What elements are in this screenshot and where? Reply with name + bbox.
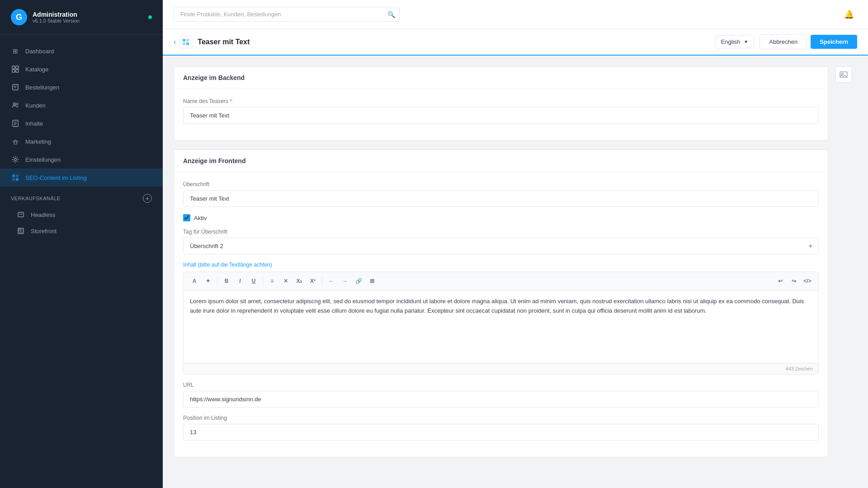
headline-group: Überschrift bbox=[183, 181, 819, 207]
page-title: Teaser mit Text bbox=[198, 38, 715, 46]
teaser-name-input[interactable] bbox=[183, 107, 819, 124]
url-group: URL bbox=[183, 382, 819, 408]
sidebar: G Administration v6.1.0 Stable Version ⊞… bbox=[0, 0, 163, 488]
einstellungen-icon bbox=[11, 155, 20, 164]
language-selector[interactable]: English ▼ bbox=[715, 35, 755, 48]
app-name: Administration bbox=[33, 11, 80, 18]
svg-point-14 bbox=[14, 159, 17, 161]
back-button[interactable]: ‹ bbox=[174, 38, 176, 46]
tag-group: Tag für Überschrift Überschrift 2 ▼ bbox=[183, 229, 819, 254]
rte-content-area[interactable]: Lorem ipsum dolor sit amet, consectetur … bbox=[184, 291, 818, 363]
page-header: ‹ Teaser mit Text English ▼ Abbrechen Sp… bbox=[163, 29, 868, 56]
rte-indent-inc-btn[interactable]: → bbox=[339, 275, 351, 287]
rte-align-btn[interactable]: ≡ bbox=[266, 275, 278, 287]
url-input[interactable] bbox=[183, 391, 819, 408]
sidebar-item-dashboard[interactable]: ⊞ Dashboard bbox=[0, 42, 163, 60]
notifications-icon[interactable]: 🔔 bbox=[841, 6, 857, 23]
svg-rect-1 bbox=[16, 66, 19, 69]
backend-section-title: Anzeige im Backend bbox=[183, 74, 819, 81]
aktiv-row: Aktiv bbox=[183, 214, 819, 221]
language-value: English bbox=[721, 38, 741, 45]
kunden-icon bbox=[11, 101, 20, 110]
svg-rect-2 bbox=[12, 70, 15, 72]
save-button[interactable]: Speichern bbox=[811, 35, 857, 49]
svg-rect-15 bbox=[12, 174, 15, 177]
sidebar-item-kataloge[interactable]: Kataloge bbox=[0, 60, 163, 78]
frontend-section-body: Überschrift Aktiv Tag für Überschrift bbox=[174, 172, 828, 457]
rte-table-btn[interactable]: ⊞ bbox=[366, 275, 378, 287]
sidebar-item-label: SEO-Content im Listing bbox=[25, 174, 87, 181]
sidebar-item-label: Marketing bbox=[25, 138, 51, 145]
svg-rect-28 bbox=[183, 42, 185, 45]
position-group: Position im Listing bbox=[183, 415, 819, 441]
sidebar-item-seo-content[interactable]: SEO-Content im Listing bbox=[0, 169, 163, 187]
main-content: Anzeige im Backend Name des Teasers * An… bbox=[174, 66, 828, 477]
rte-undo-btn[interactable]: ↩ bbox=[774, 275, 787, 287]
tag-label: Tag für Überschrift bbox=[183, 229, 819, 235]
search-input[interactable] bbox=[174, 7, 400, 22]
verkaufskanaele-section: Verkaufskanäle + bbox=[0, 187, 163, 206]
topbar: 🔍 🔔 bbox=[163, 0, 868, 29]
chevron-down-icon: ▼ bbox=[744, 39, 748, 44]
svg-point-31 bbox=[841, 73, 843, 75]
search-icon[interactable]: 🔍 bbox=[387, 11, 395, 18]
frontend-section-title: Anzeige im Frontend bbox=[183, 157, 819, 164]
rte-superscript-btn[interactable]: X² bbox=[307, 275, 319, 287]
add-verkaufskanal-button[interactable]: + bbox=[143, 194, 152, 203]
svg-point-7 bbox=[14, 103, 16, 105]
headless-icon bbox=[16, 210, 25, 219]
rte-format-a-btn[interactable]: A bbox=[188, 275, 201, 287]
position-label: Position im Listing bbox=[183, 415, 819, 421]
seo-icon bbox=[11, 173, 20, 182]
rte-strikethrough-btn[interactable]: ✕ bbox=[279, 275, 292, 287]
sidebar-item-kunden[interactable]: Kunden bbox=[0, 96, 163, 114]
bestellungen-icon bbox=[11, 83, 20, 92]
side-panel bbox=[835, 66, 857, 477]
page-icon bbox=[179, 36, 192, 48]
svg-rect-22 bbox=[19, 229, 21, 231]
sidebar-item-label: Einstellungen bbox=[25, 156, 61, 163]
inhalt-group: Inhalt (bitte auf die Textlänge achten) … bbox=[183, 262, 819, 375]
svg-rect-26 bbox=[183, 39, 185, 42]
svg-rect-27 bbox=[186, 39, 189, 42]
svg-rect-16 bbox=[16, 174, 19, 177]
marketing-icon bbox=[11, 137, 20, 146]
rte-subscript-btn[interactable]: X₂ bbox=[293, 275, 306, 287]
svg-rect-19 bbox=[18, 212, 24, 217]
main-nav: ⊞ Dashboard Kataloge Bestellungen Kunden bbox=[0, 35, 163, 488]
rte-italic-btn[interactable]: I bbox=[234, 275, 246, 287]
sidebar-item-bestellungen[interactable]: Bestellungen bbox=[0, 78, 163, 96]
app-logo: G bbox=[11, 9, 27, 25]
content-area: Anzeige im Backend Name des Teasers * An… bbox=[163, 56, 868, 488]
rte-format-special-btn[interactable]: ✦ bbox=[202, 275, 214, 287]
sidebar-item-label: Bestellungen bbox=[25, 84, 59, 91]
media-icon[interactable] bbox=[835, 66, 852, 83]
sidebar-item-inhalte[interactable]: Inhalte bbox=[0, 114, 163, 132]
url-label: URL bbox=[183, 382, 819, 388]
teaser-name-label: Name des Teasers * bbox=[183, 98, 819, 104]
aktiv-checkbox[interactable] bbox=[183, 214, 190, 221]
sidebar-item-marketing[interactable]: Marketing bbox=[0, 132, 163, 150]
rte-redo-btn[interactable]: ↪ bbox=[788, 275, 800, 287]
svg-rect-18 bbox=[16, 178, 19, 181]
svg-rect-0 bbox=[12, 66, 15, 69]
headline-label: Überschrift bbox=[183, 181, 819, 188]
rte-indent-dec-btn[interactable]: ← bbox=[325, 275, 338, 287]
svg-rect-4 bbox=[13, 84, 18, 90]
app-version: v6.1.0 Stable Version bbox=[33, 18, 80, 23]
rte-link-btn[interactable]: 🔗 bbox=[352, 275, 365, 287]
headline-input[interactable] bbox=[183, 190, 819, 207]
rte-bold-btn[interactable]: B bbox=[220, 275, 233, 287]
svg-rect-3 bbox=[16, 70, 19, 72]
position-input[interactable] bbox=[183, 424, 819, 441]
sidebar-item-einstellungen[interactable]: Einstellungen bbox=[0, 150, 163, 169]
svg-point-8 bbox=[16, 103, 18, 105]
cancel-button[interactable]: Abbrechen bbox=[760, 34, 807, 49]
rte-code-btn[interactable]: </> bbox=[801, 275, 814, 287]
rte-underline-btn[interactable]: U bbox=[247, 275, 260, 287]
topbar-right: 🔔 bbox=[841, 6, 857, 23]
sidebar-item-headless[interactable]: Headless bbox=[0, 206, 163, 223]
sidebar-item-storefront[interactable]: Storefront bbox=[0, 223, 163, 239]
status-dot bbox=[148, 15, 152, 19]
tag-select[interactable]: Überschrift 2 bbox=[183, 238, 819, 254]
